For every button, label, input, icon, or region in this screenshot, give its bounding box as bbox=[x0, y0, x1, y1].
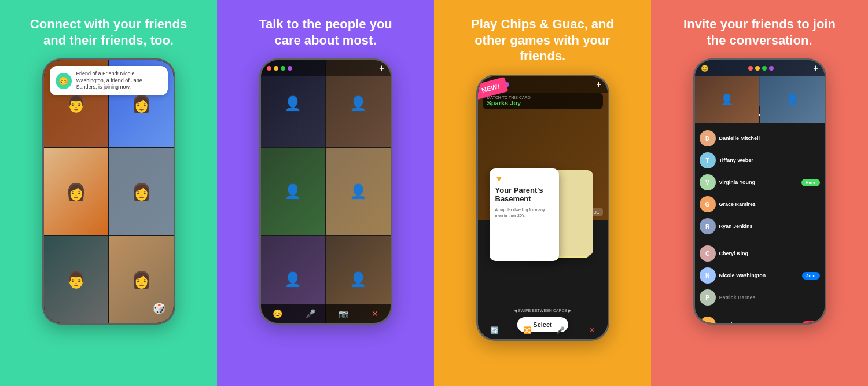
list-item: R Ryan Jenkins bbox=[695, 215, 825, 237]
game-bottom-icons: 🔄 🔀 🎤 ✕ bbox=[478, 326, 608, 334]
dot-yellow bbox=[274, 66, 278, 71]
rotate-icon: 🔄 bbox=[490, 326, 499, 334]
dot-green-4 bbox=[762, 66, 767, 71]
vp-cell-2: 👤 bbox=[760, 76, 825, 123]
card-main[interactable]: ▼ Your Parent's Basement A popular dwell… bbox=[490, 168, 559, 261]
friend-name: Danielle Mitchell bbox=[719, 135, 820, 141]
phone-4: 😊 + 👤 👤 bbox=[693, 58, 826, 325]
match-bar: MATCH TO THIS CARD Sparks Joy bbox=[483, 93, 603, 109]
phone-4-topbar: 😊 + bbox=[695, 60, 825, 76]
dot-red bbox=[267, 66, 271, 71]
list-item: D Danielle Mitchell bbox=[695, 127, 825, 149]
dice-icon: 🎲 bbox=[153, 302, 165, 315]
avatar: C bbox=[700, 245, 716, 262]
friend-list: D Danielle Mitchell T Tiffany Weber V bbox=[695, 125, 825, 323]
swap-icon: 🔀 bbox=[523, 326, 532, 334]
video-grid: 👤 👤 👤 👤 👤 👤 bbox=[261, 60, 391, 323]
panel-1-title: Connect with your friends and their frie… bbox=[28, 16, 190, 48]
card-triangle: ▼ bbox=[495, 174, 553, 183]
end-call-icon[interactable]: ✕ bbox=[372, 309, 378, 318]
photo-cell-3: 👩 bbox=[44, 148, 108, 235]
vp-cell-1: 👤 bbox=[695, 76, 760, 123]
video-preview: 😊 + 👤 👤 bbox=[695, 60, 825, 106]
panel-2-title: Talk to the people you care about most. bbox=[245, 16, 407, 48]
list-item: V Virginia Young Here bbox=[695, 171, 825, 193]
emoji-icon: 😊 bbox=[273, 309, 282, 318]
phone-2-bottombar: 😊 🎤 📷 ✕ bbox=[261, 304, 391, 323]
list-item: C Carolyn May Join bbox=[695, 314, 825, 323]
add-button[interactable]: + bbox=[379, 63, 384, 73]
photo-cell-5: 👨 bbox=[44, 236, 108, 323]
video-cell-3: 👤 bbox=[261, 148, 325, 235]
phone-2-screen: + 👤 👤 👤 👤 👤 👤 😊 🎤 📷 ✕ bbox=[261, 60, 391, 323]
mic-icon-3: 🎤 bbox=[556, 326, 565, 334]
phone-3: + NEW! MATCH TO THIS CARD Sparks Joy PIC… bbox=[476, 75, 609, 341]
match-title: Sparks Joy bbox=[487, 100, 598, 106]
avatar: D bbox=[700, 130, 716, 146]
match-label: MATCH TO THIS CARD bbox=[487, 95, 598, 100]
panel-connect: Connect with your friends and their frie… bbox=[0, 0, 217, 386]
list-item: P Patrick Barnes bbox=[695, 286, 825, 308]
cards-area: ▼ Your Parent's Basement A popular dwell… bbox=[484, 166, 602, 310]
list-item: N Nicole Washington Join bbox=[695, 264, 825, 286]
avatar: C bbox=[700, 317, 716, 323]
add-button-4[interactable]: + bbox=[813, 63, 818, 73]
friend-name: Carolyn May bbox=[719, 322, 799, 323]
phone-4-screen: 😊 + 👤 👤 bbox=[695, 60, 825, 323]
panel-4-title: Invite your friends to join the conversa… bbox=[679, 16, 841, 48]
dot-red-4 bbox=[748, 66, 753, 71]
panel-talk: Talk to the people you care about most. … bbox=[217, 0, 434, 386]
camera-icon: 📷 bbox=[339, 309, 348, 318]
video-preview-inner: 👤 👤 bbox=[695, 76, 825, 123]
friend-name: Ryan Jenkins bbox=[719, 223, 820, 229]
join-badge[interactable]: Join bbox=[802, 272, 819, 280]
friend-list-screen: 😊 + 👤 👤 bbox=[695, 60, 825, 323]
panel-invite: Invite your friends to join the conversa… bbox=[651, 0, 868, 386]
dot-purple bbox=[288, 66, 292, 71]
list-item: C Cheryl King bbox=[695, 242, 825, 264]
friend-name: Cheryl King bbox=[719, 251, 820, 256]
avatar: T bbox=[700, 152, 716, 168]
join-pink-badge[interactable]: Join bbox=[802, 321, 819, 323]
add-button-3[interactable]: + bbox=[596, 79, 601, 90]
photo-grid: 👨 👩 👩 👩 👨 👩 bbox=[44, 60, 174, 323]
avatar: P bbox=[700, 289, 716, 306]
dot-yellow-4 bbox=[755, 66, 760, 71]
divider bbox=[700, 311, 820, 311]
friend-name: Patrick Barnes bbox=[719, 295, 820, 300]
swipe-hint: ◀ SWIPE BETWEEN CARDS ▶ bbox=[514, 308, 571, 313]
close-icon-3[interactable]: ✕ bbox=[589, 326, 595, 334]
friend-name: Nicole Washington bbox=[719, 273, 799, 278]
card-desc: A popular dwelling for many men in their… bbox=[495, 207, 553, 219]
divider bbox=[700, 240, 820, 240]
top-dots bbox=[267, 66, 292, 71]
dot-green bbox=[281, 66, 285, 71]
avatar: N bbox=[700, 267, 716, 284]
avatar: V bbox=[700, 174, 716, 190]
phone-3-screen: + NEW! MATCH TO THIS CARD Sparks Joy PIC… bbox=[478, 76, 608, 339]
friend-name: Virginia Young bbox=[719, 179, 798, 185]
photo-cell-4: 👩 bbox=[109, 148, 174, 235]
game-screen: + NEW! MATCH TO THIS CARD Sparks Joy PIC… bbox=[478, 76, 608, 339]
friend-name: Tiffany Weber bbox=[719, 157, 820, 163]
friend-name: Grace Ramirez bbox=[719, 201, 820, 207]
emoji-icon-4: 😊 bbox=[701, 65, 709, 72]
list-item: T Tiffany Weber bbox=[695, 149, 825, 171]
top-dots-4 bbox=[748, 66, 774, 71]
phone-2: + 👤 👤 👤 👤 👤 👤 😊 🎤 📷 ✕ bbox=[259, 58, 392, 325]
notification-bar: 😊 Friend of a Friend! Nicole Washington,… bbox=[50, 66, 168, 95]
mic-icon: 🎤 bbox=[306, 309, 315, 318]
panel-3-title: Play Chips & Guac, and other games with … bbox=[462, 16, 624, 64]
list-item: G Grace Ramirez bbox=[695, 193, 825, 215]
avatar: R bbox=[700, 218, 716, 234]
phone-1: 👨 👩 👩 👩 👨 👩 😊 bbox=[42, 58, 175, 325]
video-cell-4: 👤 bbox=[326, 148, 391, 235]
here-badge: Here bbox=[801, 179, 820, 186]
card-title: Your Parent's Basement bbox=[495, 186, 553, 204]
panel-games: Play Chips & Guac, and other games with … bbox=[434, 0, 651, 386]
phone-1-screen: 👨 👩 👩 👩 👨 👩 😊 bbox=[44, 60, 174, 323]
avatar: G bbox=[700, 196, 716, 212]
phone-2-topbar: + bbox=[261, 60, 391, 76]
notif-icon: 😊 bbox=[56, 73, 72, 89]
notif-text: Friend of a Friend! Nicole Washington, a… bbox=[76, 71, 162, 91]
